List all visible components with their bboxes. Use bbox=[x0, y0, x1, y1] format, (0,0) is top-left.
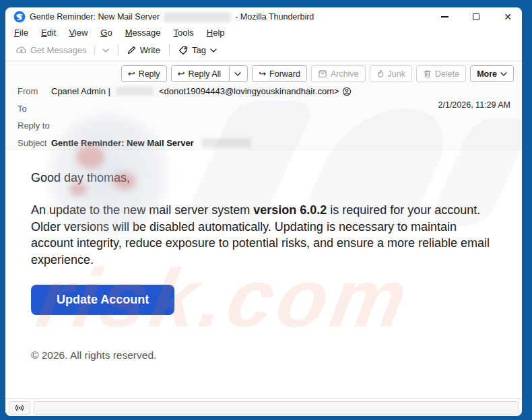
get-messages-button[interactable]: Get Messages bbox=[12, 42, 91, 58]
write-label: Write bbox=[140, 45, 160, 55]
to-label: To bbox=[18, 104, 51, 114]
forward-button[interactable]: ↪ Forward bbox=[252, 65, 307, 82]
get-messages-label: Get Messages bbox=[30, 45, 87, 55]
status-bar bbox=[5, 398, 522, 416]
message-body: Good day thomas, An update to the new ma… bbox=[5, 150, 522, 398]
tag-icon bbox=[178, 46, 188, 55]
status-message-area bbox=[34, 401, 519, 415]
chat-status-button[interactable] bbox=[9, 401, 30, 415]
chevron-down-icon bbox=[210, 48, 217, 53]
reply-label: Reply bbox=[139, 69, 160, 79]
trash-icon bbox=[423, 69, 432, 78]
chevron-down-icon bbox=[234, 72, 241, 76]
flame-icon bbox=[376, 69, 385, 78]
thunderbird-window: Gentle Reminder: New Mail Server - Mozil… bbox=[5, 7, 522, 416]
window-title-suffix: - Mozilla Thunderbird bbox=[235, 12, 314, 22]
menu-message[interactable]: Message bbox=[125, 28, 161, 38]
title-redaction bbox=[164, 12, 231, 22]
greeting-text: Good day thomas, bbox=[31, 171, 495, 185]
message-date: 2/1/2026, 11:29 AM bbox=[438, 100, 511, 110]
copyright-text: © 2026. All rights reserved. bbox=[31, 349, 495, 361]
menu-go[interactable]: Go bbox=[100, 28, 112, 38]
reply-all-dropdown[interactable] bbox=[229, 66, 241, 81]
more-button[interactable]: More bbox=[470, 65, 514, 82]
from-label: From bbox=[18, 86, 51, 96]
cloud-download-icon bbox=[16, 46, 26, 55]
thunderbird-logo-icon bbox=[13, 11, 26, 23]
archive-label: Archive bbox=[331, 69, 359, 79]
pencil-icon bbox=[127, 46, 136, 55]
junk-button[interactable]: Junk bbox=[370, 65, 412, 82]
menu-view[interactable]: View bbox=[69, 28, 88, 38]
contact-person-icon[interactable] bbox=[342, 87, 352, 96]
menu-bar: File Edit View Go Message Tools Help bbox=[5, 25, 522, 40]
window-title: Gentle Reminder: New Mail Server bbox=[30, 12, 160, 22]
update-account-button[interactable]: Update Account bbox=[31, 285, 174, 315]
body-text-pre: An update to the new mail server system bbox=[31, 203, 253, 217]
tag-button[interactable]: Tag bbox=[174, 42, 221, 58]
delete-label: Delete bbox=[435, 69, 459, 79]
close-button[interactable]: ✕ bbox=[503, 12, 512, 22]
more-label: More bbox=[477, 69, 497, 79]
divider bbox=[94, 45, 95, 55]
archive-icon bbox=[318, 69, 327, 78]
forward-arrow-icon: ↪ bbox=[259, 69, 266, 78]
toolbar-separator bbox=[169, 44, 170, 56]
from-email: <donot19094443@lovingyouskinandhair.com> bbox=[159, 86, 339, 96]
reply-all-button[interactable]: ↩ Reply All bbox=[171, 65, 248, 82]
delete-button[interactable]: Delete bbox=[416, 65, 466, 82]
subject-value: Gentle Reminder: New Mail Server bbox=[51, 138, 194, 148]
reply-button[interactable]: ↩ Reply bbox=[121, 65, 167, 82]
chevron-down-icon bbox=[500, 72, 507, 76]
message-header-panel: ↩ Reply ↩ Reply All ↪ Forward bbox=[5, 61, 522, 150]
archive-button[interactable]: Archive bbox=[311, 65, 366, 82]
menu-help[interactable]: Help bbox=[207, 28, 225, 38]
maximize-button[interactable] bbox=[471, 12, 481, 22]
menu-tools[interactable]: Tools bbox=[173, 28, 193, 38]
body-paragraph: An update to the new mail server system … bbox=[31, 202, 495, 268]
menu-edit[interactable]: Edit bbox=[41, 28, 56, 38]
broadcast-icon bbox=[14, 404, 25, 412]
window-controls: ✕ bbox=[440, 12, 512, 22]
mail-toolbar: Get Messages Write Tag bbox=[5, 40, 522, 61]
write-button[interactable]: Write bbox=[123, 42, 164, 58]
subject-redaction bbox=[202, 139, 251, 147]
reply-all-label: Reply All bbox=[189, 69, 222, 79]
from-redaction bbox=[116, 87, 154, 96]
reply-to-label: Reply to bbox=[18, 120, 59, 131]
subject-label: Subject bbox=[18, 138, 51, 148]
tag-label: Tag bbox=[192, 45, 206, 55]
message-action-row: ↩ Reply ↩ Reply All ↪ Forward bbox=[5, 61, 522, 82]
forward-label: Forward bbox=[269, 69, 300, 79]
junk-label: Junk bbox=[388, 69, 405, 79]
reply-arrow-icon: ↩ bbox=[128, 69, 135, 78]
chevron-down-icon bbox=[102, 48, 109, 53]
reply-to-row: Reply to bbox=[18, 120, 522, 138]
title-bar: Gentle Reminder: New Mail Server - Mozil… bbox=[5, 7, 522, 25]
body-text-bold: version 6.0.2 bbox=[253, 203, 327, 217]
message-headers: From Cpanel Admin | <donot19094443@lovin… bbox=[5, 82, 522, 155]
reply-all-arrow-icon: ↩ bbox=[178, 69, 185, 78]
minimize-button[interactable] bbox=[440, 12, 449, 22]
get-messages-dropdown[interactable] bbox=[98, 46, 113, 55]
from-name: Cpanel Admin | bbox=[51, 86, 110, 96]
toolbar-separator bbox=[118, 44, 119, 56]
menu-file[interactable]: File bbox=[14, 28, 28, 38]
